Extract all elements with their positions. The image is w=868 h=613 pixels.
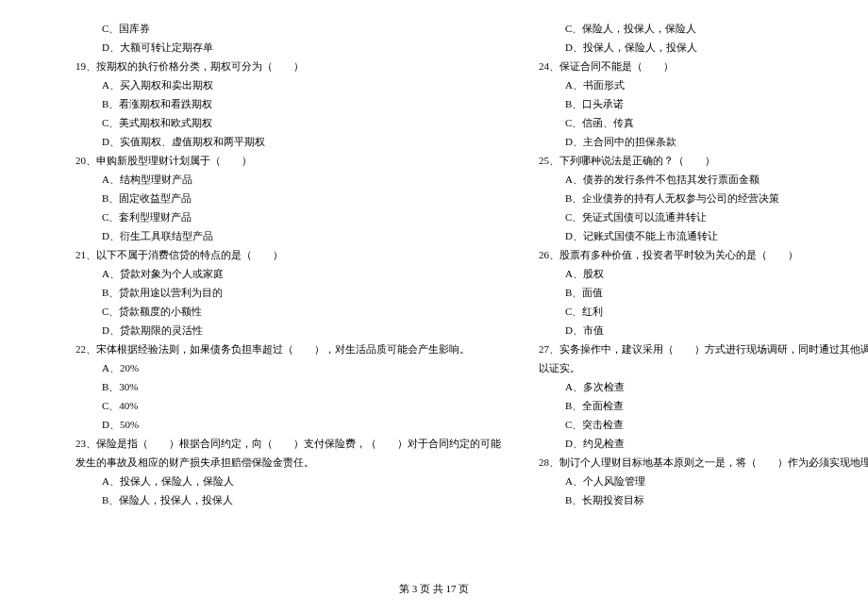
option-line: A、多次检查 <box>539 377 868 396</box>
question-line: 20、申购新股型理财计划属于（ ） <box>75 151 501 170</box>
option-line: C、套利型理财产品 <box>75 207 501 226</box>
option-line: C、信函、传真 <box>539 113 868 132</box>
option-line: A、20% <box>75 358 501 377</box>
option-line: B、全面检查 <box>539 396 868 415</box>
page-container: C、国库券D、大额可转让定期存单19、按期权的执行价格分类，期权可分为（ ）A、… <box>0 0 868 556</box>
option-line: D、约见检查 <box>539 434 868 453</box>
option-line: B、长期投资目标 <box>539 490 868 509</box>
question-line: 24、保证合同不能是（ ） <box>539 57 868 75</box>
option-line: D、主合同中的担保条款 <box>539 132 868 151</box>
option-line: B、保险人，投保人，投保人 <box>75 490 501 509</box>
option-line: D、大额可转让定期存单 <box>75 38 501 57</box>
option-line: C、美式期权和欧式期权 <box>75 113 501 132</box>
question-line: 25、下列哪种说法是正确的？（ ） <box>539 151 868 170</box>
option-line: B、口头承诺 <box>539 94 868 113</box>
option-line: A、股权 <box>539 264 868 283</box>
option-line: B、看涨期权和看跌期权 <box>75 94 501 113</box>
option-line: D、记账式国债不能上市流通转让 <box>539 226 868 245</box>
option-line: D、衍生工具联结型产品 <box>75 226 501 245</box>
option-line: B、贷款用途以营利为目的 <box>75 283 501 302</box>
option-line: A、结构型理财产品 <box>75 170 501 189</box>
option-line: B、面值 <box>539 283 868 302</box>
option-line: A、个人风险管理 <box>539 472 868 490</box>
question-line: 以证实。 <box>539 358 868 377</box>
question-line: 22、宋体根据经验法则，如果债务负担率超过（ ），对生活品质可能会产生影响。 <box>75 340 501 358</box>
option-line: B、固定收益型产品 <box>75 189 501 207</box>
question-line: 28、制订个人理财目标地基本原则之一是，将（ ）作为必须实现地理财目标。 <box>539 453 868 472</box>
right-column: C、保险人，投保人，保险人D、投保人，保险人，投保人24、保证合同不能是（ ）A… <box>520 19 868 547</box>
option-line: A、投保人，保险人，保险人 <box>75 472 501 490</box>
question-line: 21、以下不属于消费信贷的特点的是（ ） <box>75 245 501 264</box>
option-line: C、凭证式国债可以流通并转让 <box>539 207 868 226</box>
option-line: A、买入期权和卖出期权 <box>75 75 501 94</box>
option-line: D、市值 <box>539 321 868 340</box>
option-line: C、国库券 <box>75 19 501 38</box>
question-line: 19、按期权的执行价格分类，期权可分为（ ） <box>75 57 501 75</box>
option-line: A、书面形式 <box>539 75 868 94</box>
option-line: C、40% <box>75 396 501 415</box>
option-line: B、30% <box>75 377 501 396</box>
option-line: A、债券的发行条件不包括其发行票面金额 <box>539 170 868 189</box>
question-line: 27、实务操作中，建议采用（ ）方式进行现场调研，同时通过其他调查方法对考察结果… <box>539 340 868 358</box>
option-line: A、贷款对象为个人或家庭 <box>75 264 501 283</box>
option-line: D、贷款期限的灵活性 <box>75 321 501 340</box>
option-line: C、红利 <box>539 302 868 321</box>
option-line: C、贷款额度的小额性 <box>75 302 501 321</box>
option-line: D、投保人，保险人，投保人 <box>539 38 868 57</box>
option-line: C、保险人，投保人，保险人 <box>539 19 868 38</box>
option-line: D、实值期权、虚值期权和两平期权 <box>75 132 501 151</box>
option-line: D、50% <box>75 415 501 434</box>
left-column: C、国库券D、大额可转让定期存单19、按期权的执行价格分类，期权可分为（ ）A、… <box>75 19 520 547</box>
option-line: B、企业债券的持有人无权参与公司的经营决策 <box>539 189 868 207</box>
question-line: 发生的事故及相应的财产损失承担赔偿保险金责任。 <box>75 453 501 472</box>
page-footer: 第 3 页 共 17 页 <box>0 582 868 596</box>
question-line: 26、股票有多种价值，投资者平时较为关心的是（ ） <box>539 245 868 264</box>
question-line: 23、保险是指（ ）根据合同约定，向（ ）支付保险费，（ ）对于合同约定的可能 <box>75 434 501 453</box>
option-line: C、突击检查 <box>539 415 868 434</box>
